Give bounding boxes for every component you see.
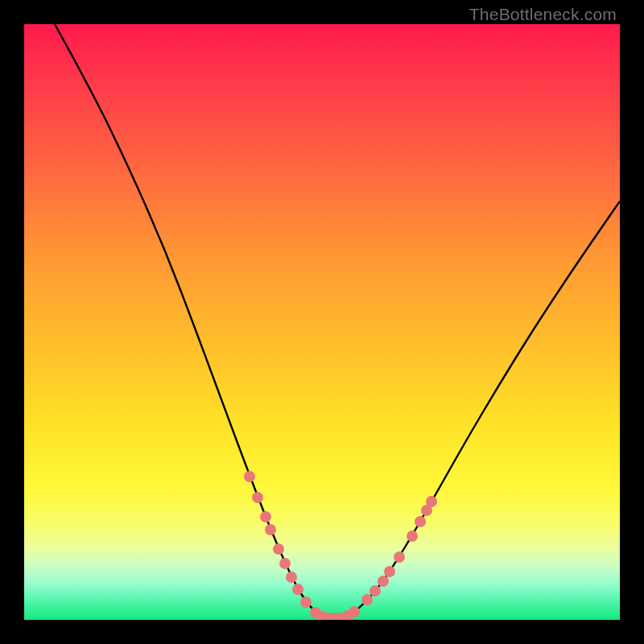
watermark-text: TheBottleneck.com (469, 5, 617, 24)
marker-dot (252, 492, 263, 503)
marker-dot (394, 551, 405, 563)
chart-frame: TheBottleneck.com (0, 0, 644, 644)
marker-dot (265, 524, 276, 535)
marker-dot (286, 572, 297, 583)
marker-dot (415, 516, 426, 527)
marker-dot (273, 543, 284, 555)
plot-area (24, 24, 620, 620)
marker-dot (369, 585, 381, 597)
marker-dot (378, 576, 389, 587)
marker-dot (349, 606, 360, 617)
marker-dot (426, 496, 437, 507)
marker-group-left (244, 471, 312, 608)
marker-dot (292, 584, 303, 595)
marker-dot (244, 471, 255, 482)
marker-dot (279, 558, 291, 569)
marker-dot (407, 530, 418, 542)
marker-dot (361, 594, 373, 605)
bottleneck-curve (55, 24, 620, 618)
marker-group-right (361, 496, 437, 605)
marker-dot (260, 511, 271, 522)
curve-svg (24, 24, 620, 620)
marker-dot (300, 597, 312, 608)
marker-group-bottom (310, 606, 360, 620)
marker-dot (384, 566, 395, 577)
